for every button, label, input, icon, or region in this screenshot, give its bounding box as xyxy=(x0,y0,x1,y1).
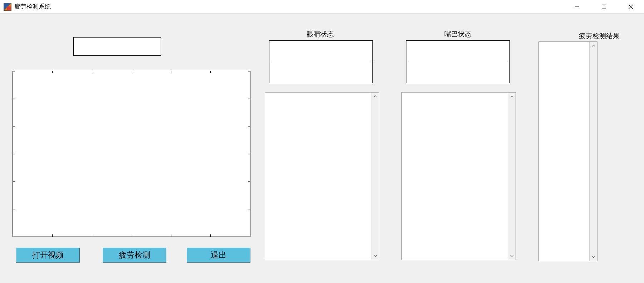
fatigue-result-listbox-content xyxy=(539,42,597,261)
scroll-up-icon[interactable] xyxy=(371,93,379,100)
mouth-state-scrollbar[interactable] xyxy=(508,93,516,260)
scroll-down-icon[interactable] xyxy=(371,252,379,260)
scroll-up-icon[interactable] xyxy=(508,93,516,100)
exit-button[interactable]: 退出 xyxy=(187,248,250,263)
mouth-state-axes xyxy=(406,40,510,83)
eye-state-scrollbar[interactable] xyxy=(371,93,379,260)
minimize-icon xyxy=(575,4,580,9)
close-button[interactable] xyxy=(617,0,644,13)
eye-state-axes xyxy=(269,40,373,83)
svg-rect-1 xyxy=(602,5,606,9)
titlebar: 疲劳检测系统 xyxy=(0,0,644,14)
mouth-state-listbox[interactable] xyxy=(401,92,516,260)
chevron-up-icon xyxy=(510,95,514,98)
scroll-down-icon[interactable] xyxy=(590,253,597,261)
maximize-icon xyxy=(601,4,606,9)
scroll-up-icon[interactable] xyxy=(590,42,597,50)
eye-state-label: 眼睛状态 xyxy=(297,30,343,39)
fatigue-result-label: 疲劳检测结果 xyxy=(567,31,631,41)
chevron-up-icon xyxy=(374,95,377,98)
eye-state-listbox[interactable] xyxy=(265,92,379,260)
chevron-up-icon xyxy=(592,45,595,47)
video-display-axes xyxy=(13,71,250,237)
chevron-down-icon xyxy=(510,255,514,257)
video-path-axes xyxy=(73,37,161,56)
chevron-down-icon xyxy=(592,256,595,258)
fatigue-result-scrollbar[interactable] xyxy=(589,42,597,261)
app-icon xyxy=(4,3,11,11)
chevron-down-icon xyxy=(374,255,377,257)
open-video-button[interactable]: 打开视频 xyxy=(16,248,80,263)
window-controls xyxy=(564,0,644,13)
scroll-down-icon[interactable] xyxy=(508,252,516,260)
mouth-state-listbox-content xyxy=(402,93,516,260)
detect-fatigue-button[interactable]: 疲劳检测 xyxy=(103,248,166,263)
maximize-button[interactable] xyxy=(590,0,617,13)
window-title: 疲劳检测系统 xyxy=(14,3,51,11)
fatigue-result-listbox[interactable] xyxy=(538,41,597,261)
mouth-state-label: 嘴巴状态 xyxy=(435,30,481,39)
client-area: 眼睛状态 嘴巴状态 xyxy=(0,14,644,283)
minimize-button[interactable] xyxy=(564,0,590,13)
close-icon xyxy=(628,4,633,9)
eye-state-listbox-content xyxy=(265,93,379,260)
